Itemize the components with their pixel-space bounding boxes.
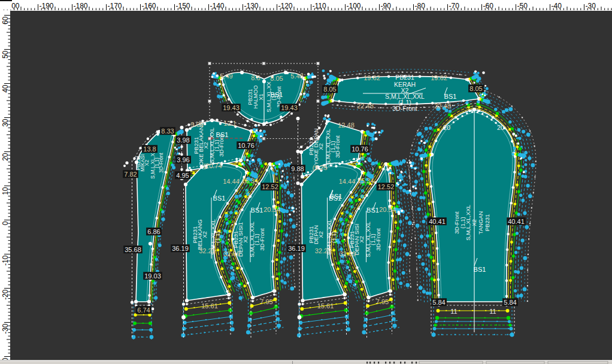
svg-text:BS1: BS1 [366, 207, 379, 214]
svg-text:PB231: PB231 [484, 214, 490, 232]
svg-text:15.34: 15.34 [357, 177, 374, 184]
svg-text:BS1: BS1 [271, 91, 283, 98]
svg-text:20: 20 [443, 124, 450, 131]
svg-text:BS1: BS1 [216, 131, 229, 138]
svg-text:15.61: 15.61 [201, 302, 218, 310]
svg-text:5.49: 5.49 [220, 72, 232, 80]
svg-text:X2: X2 [317, 231, 324, 238]
svg-text:22.48: 22.48 [357, 102, 374, 110]
svg-text:5.84: 5.84 [504, 299, 516, 306]
svg-text:6.74: 6.74 [137, 307, 150, 314]
svg-text:3D-Front: 3D-Front [158, 153, 164, 173]
svg-text:8.05: 8.05 [469, 85, 482, 92]
svg-text:11: 11 [450, 308, 457, 315]
svg-text:BS1: BS1 [251, 207, 263, 214]
svg-text:19.43: 19.43 [223, 104, 240, 111]
svg-text:32.29: 32.29 [199, 247, 216, 254]
svg-text:50: 50 [1, 50, 10, 59]
svg-text:3D-Front: 3D-Front [392, 105, 417, 112]
svg-text:13.8: 13.8 [143, 145, 156, 153]
svg-text:X2: X2 [201, 231, 208, 238]
svg-text:(1,1): (1,1) [331, 231, 337, 243]
svg-text:8.05: 8.05 [323, 86, 336, 93]
svg-text:19.43: 19.43 [281, 104, 298, 111]
svg-text:X2: X2 [242, 236, 249, 243]
svg-text:40.41: 40.41 [508, 218, 525, 225]
svg-text:14.44: 14.44 [339, 178, 356, 185]
svg-text:19.62: 19.62 [431, 74, 447, 81]
svg-text:30: 30 [1, 119, 10, 127]
svg-text:X1: X1 [258, 93, 264, 100]
svg-text:20: 20 [1, 153, 10, 161]
svg-text:BS1: BS1 [213, 195, 226, 202]
svg-text:7.95: 7.95 [260, 298, 272, 305]
svg-text:X2: X2 [471, 219, 477, 226]
svg-text:X2: X2 [144, 160, 150, 166]
svg-text:PB231: PB231 [395, 74, 414, 81]
svg-text:8.05: 8.05 [270, 75, 283, 82]
svg-text:3D-Front: 3D-Front [259, 228, 265, 251]
svg-text:36.19: 36.19 [172, 245, 189, 252]
svg-text:7.82: 7.82 [124, 171, 137, 178]
svg-text:32.69: 32.69 [223, 250, 240, 257]
svg-text:3D-Front: 3D-Front [375, 228, 381, 251]
svg-text:6.86: 6.86 [147, 228, 160, 235]
svg-text:60: 60 [1, 16, 10, 25]
svg-text:12.52: 12.52 [378, 183, 395, 190]
svg-text:8.33: 8.33 [161, 128, 174, 135]
svg-text:20.54: 20.54 [263, 206, 280, 213]
svg-text:X2: X2 [358, 236, 365, 243]
svg-text:14.44: 14.44 [223, 178, 240, 185]
svg-text:9.05: 9.05 [190, 121, 203, 128]
svg-text:22.48: 22.48 [434, 102, 451, 110]
svg-text:20.54: 20.54 [379, 206, 396, 213]
svg-text:36.19: 36.19 [288, 245, 305, 252]
svg-text:(20.74: (20.74 [203, 162, 222, 169]
svg-text:8.5: 8.5 [251, 74, 260, 81]
svg-text:15.61: 15.61 [317, 302, 334, 310]
svg-text:3D-Front: 3D-Front [334, 135, 341, 158]
svg-text:BS1: BS1 [330, 193, 343, 200]
svg-text:(9.25: (9.25 [312, 164, 327, 171]
svg-text:19.03: 19.03 [144, 272, 161, 280]
svg-text:4.95: 4.95 [176, 172, 189, 179]
svg-text:32.29: 32.29 [315, 247, 332, 254]
svg-text:35.68: 35.68 [125, 246, 141, 253]
svg-text:TANGAN: TANGAN [477, 211, 484, 234]
svg-text:10.76: 10.76 [352, 145, 368, 153]
svg-text:40: 40 [1, 84, 10, 93]
svg-text:20: 20 [497, 124, 504, 131]
svg-text:10.76: 10.76 [238, 142, 255, 149]
svg-text:12.52: 12.52 [262, 183, 278, 190]
svg-text:32.69: 32.69 [340, 250, 356, 257]
svg-text:12.48: 12.48 [338, 122, 355, 129]
svg-text:7.95: 7.95 [376, 298, 389, 305]
svg-text:40.41: 40.41 [429, 218, 446, 225]
svg-text:12.1: 12.1 [223, 120, 236, 127]
svg-text:10: 10 [1, 187, 10, 195]
svg-text:5.48: 5.48 [290, 72, 303, 80]
svg-text:9.88: 9.88 [291, 165, 304, 172]
svg-text:3.98: 3.98 [177, 136, 189, 144]
svg-text:11: 11 [489, 308, 496, 315]
svg-text:0: 0 [1, 221, 10, 225]
svg-text:X2: X2 [317, 143, 324, 150]
svg-text:(1,1): (1,1) [214, 231, 221, 243]
svg-text:BS1: BS1 [474, 266, 486, 273]
svg-text:3.96: 3.96 [177, 156, 189, 163]
svg-text:5.84: 5.84 [432, 299, 445, 306]
svg-text:15.34: 15.34 [241, 177, 258, 184]
svg-text:BS1: BS1 [444, 93, 457, 100]
svg-text:19.62: 19.62 [363, 74, 380, 81]
